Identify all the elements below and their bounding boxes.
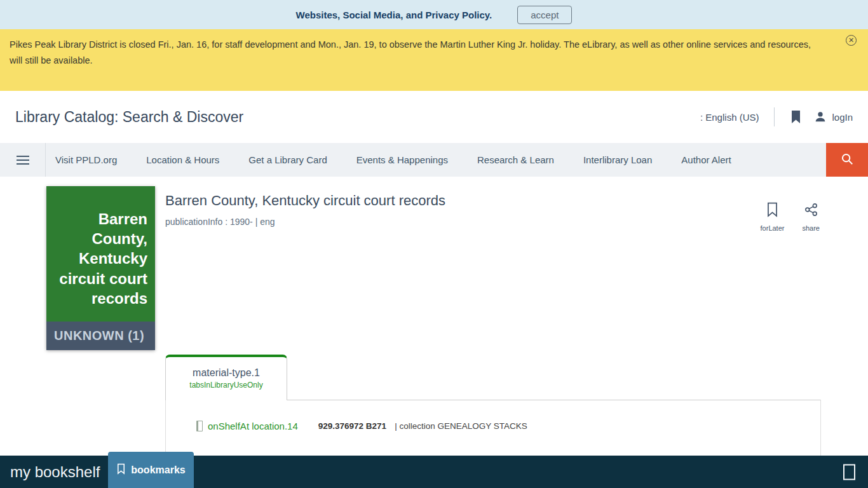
bookmark-outline-icon [116, 463, 126, 477]
book-cover: Barren County, Kentucky circuit court re… [46, 186, 155, 350]
for-later-label: forLater [761, 224, 785, 232]
nav-item-interlibrary-loan[interactable]: Interlibrary Loan [583, 154, 652, 165]
share-icon [804, 202, 818, 219]
cookie-consent-bar: Websites, Social Media, and Privacy Poli… [0, 0, 868, 29]
share-label: share [802, 224, 820, 232]
hamburger-icon [17, 156, 29, 165]
nav-item-location-hours[interactable]: Location & Hours [146, 154, 219, 165]
tab-material-type[interactable]: material-type.1 tabsInLibraryUseOnly [165, 355, 287, 400]
header-divider [774, 107, 775, 126]
nav-item-events[interactable]: Events & Happenings [356, 154, 448, 165]
page-title: Library Catalog: Search & Discover [15, 109, 243, 126]
bookshelf-bar: my bookshelf bookmarks [0, 456, 868, 488]
publication-info: publicationInfo : 1990- | eng [165, 217, 275, 227]
nav-item-visit-ppld[interactable]: Visit PPLD.org [55, 154, 117, 165]
accept-button[interactable]: accept [517, 6, 572, 24]
login-button[interactable]: logIn [813, 110, 853, 124]
header: Library Catalog: Search & Discover : Eng… [0, 91, 868, 143]
bookmarks-tab-label: bookmarks [131, 464, 185, 476]
bookmark-icon [790, 110, 802, 124]
tab-sublabel: tabsInLibraryUseOnly [166, 381, 287, 390]
nav-links: Visit PPLD.org Location & Hours Get a Li… [46, 143, 826, 177]
share-button[interactable]: share [802, 202, 820, 232]
cover-title-text: Barren County, Kentucky circuit court re… [53, 209, 147, 308]
format-badge: UNKNOWN (1) [46, 322, 155, 350]
cookie-message: Websites, Social Media, and Privacy Poli… [296, 10, 492, 20]
language-selector[interactable]: : English (US) [700, 112, 759, 123]
collection-label: | collection GENEALOGY STACKS [395, 421, 527, 431]
search-button[interactable] [826, 143, 868, 177]
format-badge-label: UNKNOWN (1) [54, 329, 144, 343]
nav-item-research-learn[interactable]: Research & Learn [477, 154, 554, 165]
header-actions: : English (US) logIn [700, 107, 853, 126]
record-detail: Barren County, Kentucky circuit court re… [0, 177, 868, 488]
person-icon [813, 110, 827, 124]
nav-item-author-alert[interactable]: Author Alert [681, 154, 731, 165]
tab-label: material-type.1 [166, 367, 287, 379]
book-icon [196, 421, 203, 431]
bookmark-outline-icon [766, 202, 779, 219]
bookshelf-title: my bookshelf [10, 463, 100, 481]
for-later-button[interactable]: forLater [761, 202, 785, 232]
nav-bar: Visit PPLD.org Location & Hours Get a Li… [0, 143, 868, 177]
bookmarks-tab-button[interactable]: bookmarks [108, 452, 194, 488]
record-actions: forLater share [761, 202, 820, 232]
closure-alert-text: Pikes Peak Library District is closed Fr… [10, 37, 824, 68]
shelf-status-link[interactable]: onShelfAt location.14 [208, 421, 298, 431]
book-cover-art: Barren County, Kentucky circuit court re… [46, 186, 155, 322]
menu-button[interactable] [0, 143, 46, 177]
availability-row: onShelfAt location.14 929.376972 B271 | … [196, 421, 527, 431]
call-number: 929.376972 B271 [318, 421, 386, 431]
nav-item-library-card[interactable]: Get a Library Card [248, 154, 327, 165]
closure-alert-banner: Pikes Peak Library District is closed Fr… [0, 29, 868, 91]
close-icon[interactable]: ✕ [846, 35, 857, 46]
login-label: logIn [832, 112, 853, 123]
record-title: Barren County, Kentucky circuit court re… [165, 193, 445, 209]
expand-panel-icon[interactable] [843, 464, 855, 480]
bookmarks-header-button[interactable] [790, 110, 802, 124]
search-icon [840, 152, 854, 168]
